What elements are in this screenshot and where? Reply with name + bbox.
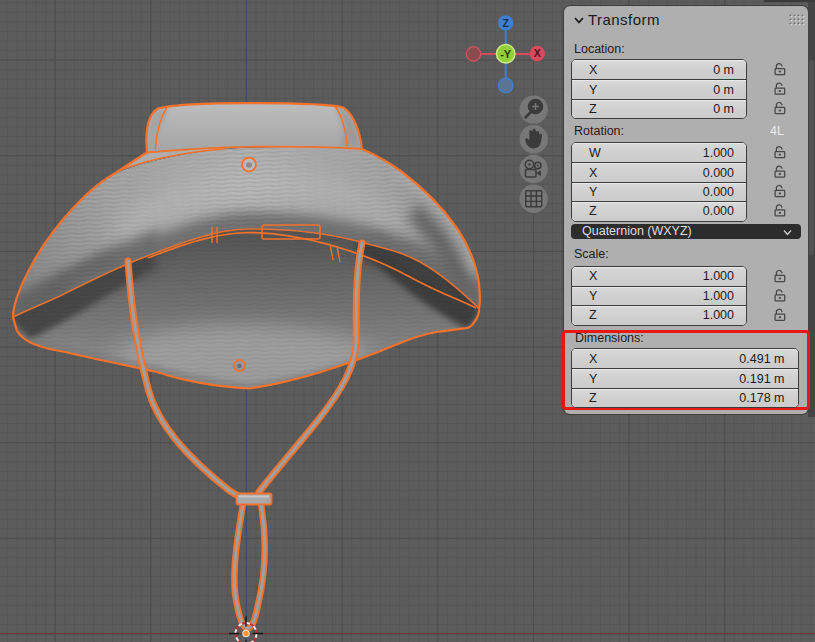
svg-text:-Y: -Y [500,48,512,60]
svg-text:X: X [534,47,541,59]
svg-text:Z: Z [502,17,509,29]
